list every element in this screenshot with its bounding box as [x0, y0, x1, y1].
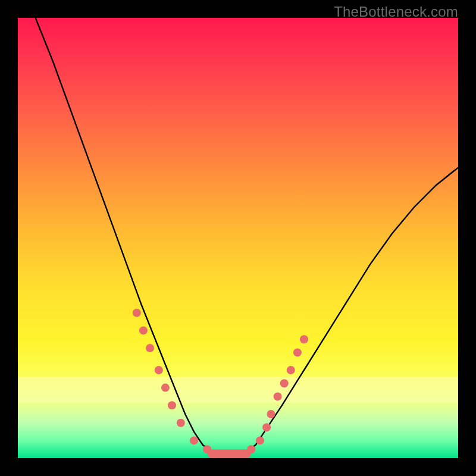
curve-marker — [155, 366, 163, 374]
curve-markers — [133, 309, 308, 454]
curve-marker — [300, 335, 308, 343]
curve-marker — [168, 401, 176, 409]
curve-svg — [18, 18, 458, 458]
curve-marker — [177, 419, 185, 427]
curve-marker — [293, 348, 302, 356]
curve-marker — [267, 410, 275, 418]
curve-marker — [133, 309, 141, 317]
curve-marker — [161, 384, 170, 392]
curve-marker — [287, 366, 295, 374]
curve-marker — [280, 379, 289, 387]
plot-area — [18, 18, 458, 458]
curve-marker — [146, 344, 154, 352]
chart-frame: TheBottleneck.com — [0, 0, 476, 476]
curve-marker — [262, 423, 271, 431]
curve-marker — [256, 436, 264, 444]
curve-marker — [139, 326, 148, 334]
bottleneck-curve — [36, 18, 458, 454]
curve-marker — [190, 436, 198, 444]
curve-marker — [274, 392, 282, 400]
